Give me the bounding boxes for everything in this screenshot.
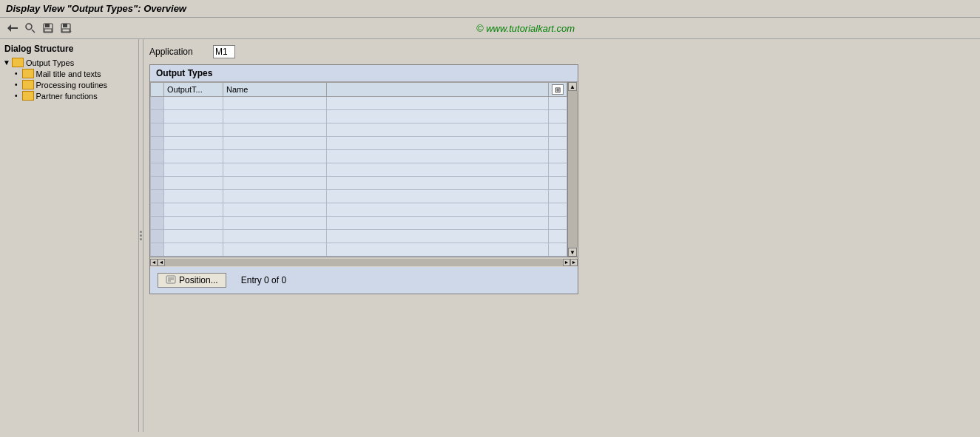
- scroll-track-h: [165, 259, 563, 266]
- folder-icon-mail: [22, 69, 34, 78]
- scroll-right-button[interactable]: ►: [563, 259, 570, 266]
- cell-rest: [327, 97, 549, 110]
- tree-bullet: •: [15, 70, 18, 78]
- output-table-body: [151, 97, 567, 257]
- folder-icon: [12, 58, 24, 67]
- save-local-button[interactable]: +: [58, 20, 74, 36]
- cell-outputt: [164, 97, 223, 110]
- table-row: [151, 150, 567, 163]
- svg-rect-6: [63, 24, 67, 27]
- sidebar-item-partner[interactable]: • Partner functions: [0, 90, 138, 101]
- cell-name: [223, 97, 327, 110]
- toolbar: + © www.tutorialkart.com: [0, 18, 980, 39]
- table-wrapper: OutputT... Name ⊞: [150, 82, 578, 267]
- main-layout: Dialog Structure ▼ Output Types • Mail t…: [0, 39, 980, 432]
- scroll-track-v: [568, 91, 578, 248]
- col-name-header[interactable]: Name: [223, 83, 327, 97]
- col-empty-header: [327, 83, 549, 97]
- table-row: [151, 163, 567, 177]
- table-row: [151, 123, 567, 137]
- svg-rect-7: [62, 29, 70, 32]
- scroll-right-end-button[interactable]: ►: [570, 259, 578, 266]
- table-row: [151, 97, 567, 110]
- panel-bottom: Position... Entry 0 of 0: [150, 267, 578, 294]
- sidebar-item-processing[interactable]: • Processing routines: [0, 79, 138, 90]
- content-area: Application Output Types OutputT...: [143, 39, 980, 432]
- application-input[interactable]: [213, 45, 235, 58]
- svg-rect-3: [45, 24, 50, 27]
- row-selector[interactable]: [151, 97, 164, 110]
- table-row: [151, 230, 567, 243]
- svg-text:+: +: [70, 29, 72, 33]
- table-row: [151, 110, 567, 123]
- position-icon: [166, 275, 176, 285]
- tree-bullet-partner: •: [15, 92, 18, 100]
- sidebar-item-label: Output Types: [26, 58, 74, 67]
- scroll-down-button[interactable]: ▼: [568, 248, 577, 257]
- folder-icon-processing: [22, 80, 34, 89]
- table-row: [151, 137, 567, 150]
- folder-icon-partner: [22, 91, 34, 101]
- save-button[interactable]: [40, 20, 56, 36]
- splitter-handle: [140, 231, 142, 240]
- customize-columns-button[interactable]: ⊞: [552, 84, 564, 95]
- window-title: Display View "Output Types": Overview: [6, 3, 186, 14]
- title-bar: Display View "Output Types": Overview: [0, 0, 980, 18]
- table-row: [151, 217, 567, 230]
- tree-bullet-processing: •: [15, 81, 18, 89]
- col-outputt-header[interactable]: OutputT...: [164, 83, 223, 97]
- svg-point-0: [26, 24, 32, 30]
- scroll-up-button[interactable]: ▲: [568, 82, 577, 91]
- sidebar-item-output-types[interactable]: ▼ Output Types: [0, 57, 138, 68]
- scrollbar-horizontal: ◄ ◄ ► ►: [150, 257, 578, 267]
- sidebar: Dialog Structure ▼ Output Types • Mail t…: [0, 39, 139, 432]
- scroll-left-start-button[interactable]: ◄: [150, 259, 158, 266]
- output-panel-title: Output Types: [150, 65, 578, 82]
- table-row: [151, 243, 567, 257]
- entry-count-text: Entry 0 of 0: [241, 275, 286, 285]
- search-button[interactable]: [22, 20, 38, 36]
- sidebar-item-mail-title[interactable]: • Mail title and texts: [0, 68, 138, 79]
- table-row: [151, 203, 567, 217]
- sidebar-title: Dialog Structure: [0, 42, 138, 55]
- sidebar-item-label-mail: Mail title and texts: [36, 70, 101, 78]
- sidebar-item-label-partner: Partner functions: [36, 92, 98, 101]
- sidebar-item-label-processing: Processing routines: [36, 81, 108, 89]
- application-label: Application: [149, 47, 209, 57]
- table-row: [151, 177, 567, 190]
- position-button[interactable]: Position...: [158, 273, 226, 288]
- table-row: [151, 190, 567, 203]
- col-selector-header: [151, 83, 164, 97]
- application-row: Application: [149, 45, 974, 58]
- output-table: OutputT... Name ⊞: [150, 82, 567, 257]
- scroll-left-button[interactable]: ◄: [158, 259, 165, 266]
- svg-rect-4: [44, 29, 52, 32]
- copyright-text: © www.tutorialkart.com: [75, 23, 976, 34]
- svg-line-1: [32, 30, 35, 33]
- back-button[interactable]: [4, 20, 21, 36]
- tree-expand-arrow: ▼: [3, 58, 10, 67]
- col-customize-header: ⊞: [549, 83, 567, 97]
- position-button-label: Position...: [179, 275, 218, 285]
- output-panel: Output Types OutputT... Name: [149, 64, 578, 294]
